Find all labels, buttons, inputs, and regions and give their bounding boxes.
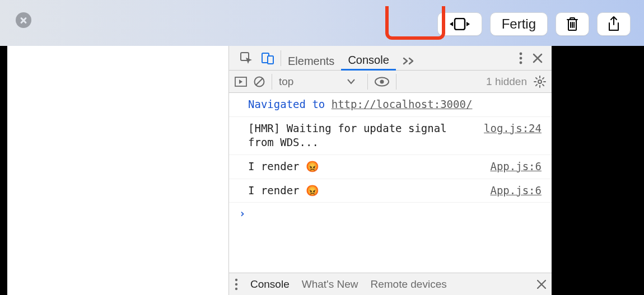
log-message: [HMR] Waiting for update signal from WDS… xyxy=(248,121,474,150)
drawer-kebab-icon[interactable] xyxy=(235,278,238,291)
console-prompt[interactable]: › xyxy=(229,203,552,224)
toggle-sidebar-icon[interactable] xyxy=(235,77,247,87)
drawer-whatsnew-label: What's New xyxy=(302,278,358,290)
separator xyxy=(272,74,272,90)
console-settings-icon[interactable] xyxy=(534,76,546,88)
responsive-icon xyxy=(448,18,472,30)
inspect-element-icon[interactable] xyxy=(240,52,253,64)
done-button-label: Fertig xyxy=(502,16,536,32)
svg-point-14 xyxy=(235,287,237,289)
share-icon xyxy=(608,16,620,32)
console-log-row: I render 😡 App.js:6 xyxy=(229,179,552,203)
tab-elements[interactable]: Elements xyxy=(281,46,341,71)
svg-point-5 xyxy=(520,57,522,59)
share-button[interactable] xyxy=(597,12,631,36)
tab-console[interactable]: Console xyxy=(341,46,395,71)
drawer-remote-label: Remote devices xyxy=(370,278,446,290)
execution-context-label: top xyxy=(279,76,293,88)
done-button[interactable]: Fertig xyxy=(490,12,548,36)
viewport: Elements Console xyxy=(0,46,644,295)
letterbox-right xyxy=(552,46,644,295)
drawer-tab-console[interactable]: Console xyxy=(250,278,290,291)
console-toolbar: top 1 hidden xyxy=(229,71,552,93)
svg-point-6 xyxy=(520,61,522,64)
svg-point-11 xyxy=(538,80,542,83)
letterbox-left xyxy=(0,46,7,295)
trash-icon xyxy=(566,17,578,31)
trash-button[interactable] xyxy=(556,12,589,36)
log-source[interactable]: App.js:6 xyxy=(490,184,542,198)
log-source[interactable]: log.js:24 xyxy=(484,121,542,136)
toggle-device-icon[interactable] xyxy=(262,52,274,64)
svg-point-4 xyxy=(520,52,522,55)
console-log-row: [HMR] Waiting for update signal from WDS… xyxy=(229,117,552,155)
separator xyxy=(367,74,368,90)
live-expression-icon[interactable] xyxy=(375,77,389,87)
log-source[interactable]: App.js:6 xyxy=(490,160,542,174)
svg-rect-0 xyxy=(455,18,465,30)
close-devtools-icon[interactable] xyxy=(533,53,543,63)
browser-toolbar: Fertig xyxy=(0,0,644,46)
execution-context-select[interactable]: top xyxy=(279,76,361,88)
drawer-console-label: Console xyxy=(250,278,290,290)
log-message: I render 😡 xyxy=(248,184,480,198)
log-message: I render 😡 xyxy=(248,160,480,174)
clear-console-icon[interactable] xyxy=(254,76,265,87)
svg-point-12 xyxy=(235,278,237,280)
devtools-drawer: Console What's New Remote devices xyxy=(229,273,552,295)
tab-elements-label: Elements xyxy=(288,55,334,68)
drawer-tab-remote[interactable]: Remote devices xyxy=(370,278,446,291)
devtools-tabbar: Elements Console xyxy=(229,46,552,71)
nav-label: Navigated to xyxy=(248,98,332,110)
tab-console-label: Console xyxy=(348,54,389,67)
toolbar-right-group: Fertig xyxy=(437,12,631,36)
chevrons-right-icon xyxy=(403,57,415,65)
close-drawer-icon[interactable] xyxy=(537,280,546,289)
svg-rect-3 xyxy=(268,56,273,64)
tabs-overflow-button[interactable] xyxy=(396,46,422,71)
page-content xyxy=(7,46,228,295)
drawer-tab-whatsnew[interactable]: What's New xyxy=(302,278,358,291)
separator xyxy=(396,74,396,90)
svg-point-13 xyxy=(235,283,237,285)
hidden-count[interactable]: 1 hidden xyxy=(486,76,527,88)
chevron-down-icon xyxy=(347,79,355,85)
gear-icon xyxy=(534,76,546,88)
close-icon[interactable] xyxy=(16,12,31,28)
console-nav-message: Navigated to http://localhost:3000/ xyxy=(229,93,552,117)
svg-point-10 xyxy=(380,79,384,83)
kebab-menu-icon[interactable] xyxy=(519,52,522,64)
annotation-highlight xyxy=(385,6,445,40)
devtools-panel: Elements Console xyxy=(228,46,552,295)
console-output[interactable]: Navigated to http://localhost:3000/ [HMR… xyxy=(229,93,552,273)
nav-url[interactable]: http://localhost:3000/ xyxy=(332,98,473,110)
console-log-row: I render 😡 App.js:6 xyxy=(229,155,552,179)
prompt-caret: › xyxy=(239,207,245,219)
